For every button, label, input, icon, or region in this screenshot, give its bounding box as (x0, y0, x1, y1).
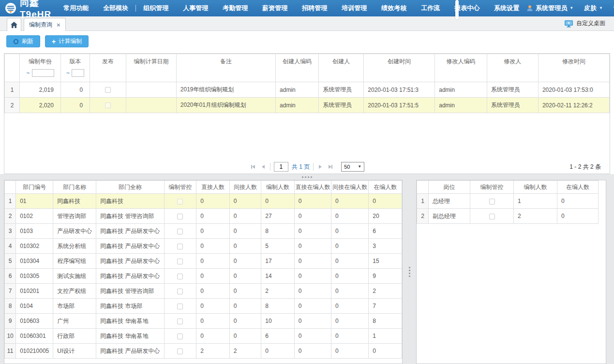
close-icon[interactable]: × (57, 21, 60, 29)
column-header-label: 修改人 (487, 58, 538, 66)
table-row[interactable]: 20102管理咨询部同鑫科技 管理咨询部00270020 (5, 209, 402, 224)
table-row[interactable]: 22,02002020年01月组织编制规划admin系统管理员2020-01-0… (5, 98, 610, 113)
nav-scroll-handle[interactable] (455, 0, 459, 19)
column-header-label: 修改人编码 (435, 58, 486, 66)
cell: 广州 (53, 314, 96, 329)
custom-desktop-button[interactable]: 自定义桌面 (564, 19, 605, 28)
cell: UI设计 (53, 344, 96, 359)
filter-input[interactable] (72, 69, 84, 77)
row-checkbox[interactable] (489, 214, 495, 219)
row-checkbox[interactable] (177, 289, 183, 294)
nav-item-8[interactable]: 绩效考核 (374, 4, 414, 13)
row-checkbox[interactable] (177, 319, 183, 324)
column-header: 创建时间 (364, 54, 435, 82)
cell: 14 (261, 269, 295, 284)
calculate-compilation-button[interactable]: + 计算编制 (45, 35, 89, 47)
row-checkbox[interactable] (177, 274, 183, 279)
last-page-icon[interactable] (327, 163, 334, 170)
row-checkbox[interactable] (177, 334, 183, 339)
nav-item-5[interactable]: 薪资管理 (255, 4, 295, 13)
cell: 0 (229, 194, 261, 209)
horizontal-splitter-handle[interactable] (0, 174, 614, 180)
column-header-label: 编制计算日期 (126, 58, 176, 66)
table-row[interactable]: 6010305测试实施组同鑫科技 产品研发中心0014009 (5, 269, 402, 284)
table-row[interactable]: 9010603广州同鑫科技 华南基地0010008 (5, 314, 402, 329)
table-row[interactable]: 5010304程序编写组同鑫科技 产品研发中心00170015 (5, 254, 402, 269)
cell: 2020年01月组织编制规划 (176, 98, 275, 113)
refresh-icon (13, 39, 19, 44)
checkbox-cell (164, 224, 196, 239)
column-header: 岗位 (429, 181, 470, 194)
row-checkbox[interactable] (105, 87, 111, 93)
cell: 0103 (16, 224, 53, 239)
row-checkbox[interactable] (177, 229, 183, 234)
cell: 5 (261, 239, 295, 254)
row-checkbox[interactable] (177, 214, 183, 219)
nav-item-6[interactable]: 招聘管理 (295, 4, 334, 13)
cell: 2 (369, 284, 402, 299)
cell: 9 (5, 314, 16, 329)
cell: 2,019 (20, 82, 60, 98)
nav-item-10[interactable]: 报表中心 (447, 4, 487, 13)
table-row[interactable]: 101同鑫科技同鑫科技000000 (5, 194, 402, 209)
column-header: 备注 (176, 54, 275, 82)
prev-page-icon[interactable] (260, 163, 267, 170)
table-row[interactable]: 2副总经理20 (417, 209, 599, 224)
cell: 5 (5, 254, 16, 269)
nav-item-4[interactable]: 考勤管理 (215, 4, 255, 13)
tab-home[interactable] (7, 18, 21, 31)
nav-item-2[interactable]: 组织管理 (136, 4, 176, 13)
first-page-icon[interactable] (250, 163, 256, 170)
cell: 0 (294, 194, 331, 209)
cell: 01 (16, 194, 53, 209)
cell: 010305 (16, 269, 53, 284)
cell: 2020-02-11 12:26:2 (538, 98, 609, 113)
table-row[interactable]: 12,01902019年组织编制规划admin系统管理员2020-01-03 1… (5, 82, 610, 98)
row-checkbox[interactable] (105, 102, 111, 108)
cell: 同鑫科技 产品研发中心 (96, 254, 164, 269)
row-checkbox[interactable] (177, 259, 183, 264)
nav-item-9[interactable]: 工作流 (414, 4, 447, 13)
compilation-plan-section: 刷新 + 计算编制 编制年份~版本~发布编制计算日期备注创建人编码创建人创建时间… (0, 31, 614, 174)
cell: 010603 (16, 314, 53, 329)
filter-input[interactable] (32, 69, 54, 77)
cell: 0 (229, 314, 261, 329)
skin-menu[interactable]: 皮肤 ▼ (584, 4, 603, 13)
nav-item-7[interactable]: 培训管理 (334, 4, 374, 13)
nav-item-1[interactable]: 全部模块 (96, 4, 135, 13)
row-checkbox[interactable] (177, 349, 183, 354)
column-header-label: 编制人数 (514, 183, 557, 191)
cell: 同鑫科技 华南基地 (96, 314, 164, 329)
table-row[interactable]: 80104市场部同鑫科技 市场部008007 (5, 299, 402, 314)
row-checkbox[interactable] (177, 244, 183, 249)
table-row[interactable]: 4010302系统分析组同鑫科技 产品研发中心005003 (5, 239, 402, 254)
cell: 同鑫科技 管理咨询部 (96, 209, 164, 224)
cell: 同鑫科技 产品研发中心 (96, 239, 164, 254)
nav-item-11[interactable]: 系统设置 (487, 4, 526, 13)
vertical-splitter-handle[interactable] (403, 180, 416, 364)
cell: 0 (294, 269, 331, 284)
cell: 17 (261, 254, 295, 269)
checkbox-cell (470, 194, 514, 209)
cell: admin (276, 98, 319, 113)
refresh-button[interactable]: 刷新 (6, 35, 40, 47)
page-number-input[interactable] (274, 162, 288, 172)
table-row[interactable]: 7010201文控产权组同鑫科技 管理咨询部002002 (5, 284, 402, 299)
tab-bianzhi-chaxun[interactable]: 编制查询 × (24, 18, 66, 31)
cell: 同鑫科技 产品研发中心 (96, 344, 164, 359)
column-header-label: 创建人 (319, 58, 363, 66)
page-size-select[interactable]: 50 ▼ (341, 162, 364, 172)
nav-item-0[interactable]: 常用功能 (56, 4, 96, 13)
row-checkbox[interactable] (177, 304, 183, 309)
table-row[interactable]: 11010210005UI设计同鑫科技 产品研发中心220000 (5, 344, 402, 359)
table-row[interactable]: 1总经理10 (417, 194, 599, 209)
table-row[interactable]: 1001060301行政部同鑫科技 华南基地006001 (5, 329, 402, 344)
table-row[interactable]: 30103产品研发中心同鑫科技 产品研发中心008006 (5, 224, 402, 239)
cell: 行政部 (53, 329, 96, 344)
user-menu[interactable]: 系统管理员 ▼ (526, 4, 573, 13)
cell: 0 (369, 194, 402, 209)
row-checkbox[interactable] (489, 199, 495, 204)
nav-item-3[interactable]: 人事管理 (176, 4, 215, 13)
row-checkbox[interactable] (177, 199, 183, 204)
next-page-icon[interactable] (317, 163, 324, 170)
